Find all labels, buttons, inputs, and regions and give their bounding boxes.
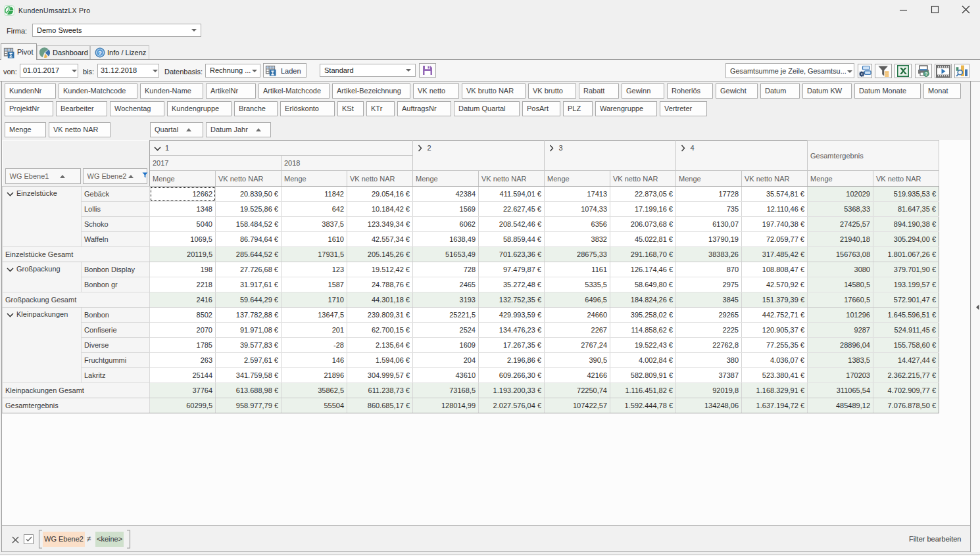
svg-text:?: ? bbox=[98, 49, 102, 57]
svg-text:?: ? bbox=[925, 71, 928, 77]
